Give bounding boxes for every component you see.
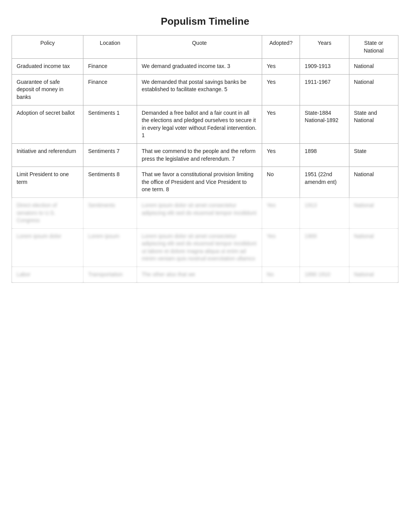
cell-location: Sentiments 7 (83, 143, 137, 167)
cell-quote: Lorem ipsum dolor sit amet consectetur a… (137, 228, 262, 267)
cell-policy: Guarantee of safe deposit of money in ba… (12, 74, 83, 105)
cell-location: Finance (83, 59, 137, 75)
cell-adopted: No (262, 167, 300, 198)
col-header-location: Location (83, 36, 137, 59)
table-row: Guarantee of safe deposit of money in ba… (12, 74, 398, 105)
cell-policy: Direct election of senators to U.S. Cong… (12, 197, 83, 228)
cell-adopted: Yes (262, 74, 300, 105)
page-title: Populism Timeline (12, 15, 398, 27)
table-row: Lorem ipsum dolorLorem ipsumLorem ipsum … (12, 228, 398, 267)
col-header-statenational: State or National (349, 36, 398, 59)
cell-statenational: National (349, 167, 398, 198)
table-row: Initiative and referendumSentiments 7Tha… (12, 143, 398, 167)
cell-location: Sentiments (83, 197, 137, 228)
cell-policy: Labor (12, 267, 83, 283)
cell-quote: That we favor a constitutional provision… (137, 167, 262, 198)
cell-statenational: State (349, 143, 398, 167)
table-row: LaborTransportationThe other also that w… (12, 267, 398, 283)
cell-statenational: National (349, 267, 398, 283)
cell-location: Lorem ipsum (83, 228, 137, 267)
table-header-row: Policy Location Quote Adopted? Years Sta… (12, 36, 398, 59)
cell-years: 1890 1910 (300, 267, 349, 283)
cell-location: Finance (83, 74, 137, 105)
cell-statenational: National (349, 74, 398, 105)
cell-adopted: Yes (262, 197, 300, 228)
cell-years: 1913 (300, 197, 349, 228)
cell-policy: Initiative and referendum (12, 143, 83, 167)
cell-years: State-1884 National-1892 (300, 105, 349, 143)
cell-location: Sentiments 8 (83, 167, 137, 198)
cell-location: Sentiments 1 (83, 105, 137, 143)
cell-quote: Demanded a free ballot and a fair count … (137, 105, 262, 143)
cell-years: 1911-1967 (300, 74, 349, 105)
col-header-policy: Policy (12, 36, 83, 59)
table-row: Adoption of secret ballotSentiments 1Dem… (12, 105, 398, 143)
cell-quote: Lorem ipsum dolor sit amet consectetur a… (137, 197, 262, 228)
table-row: Limit President to one termSentiments 8T… (12, 167, 398, 198)
cell-years: 1900 (300, 228, 349, 267)
cell-policy: Adoption of secret ballot (12, 105, 83, 143)
cell-adopted: Yes (262, 228, 300, 267)
col-header-adopted: Adopted? (262, 36, 300, 59)
populism-table: Policy Location Quote Adopted? Years Sta… (12, 35, 398, 283)
table-row: Direct election of senators to U.S. Cong… (12, 197, 398, 228)
cell-years: 1909-1913 (300, 59, 349, 75)
cell-adopted: Yes (262, 143, 300, 167)
cell-statenational: State and National (349, 105, 398, 143)
cell-years: 1898 (300, 143, 349, 167)
col-header-quote: Quote (137, 36, 262, 59)
col-header-years: Years (300, 36, 349, 59)
cell-quote: We demand graduated income tax. 3 (137, 59, 262, 75)
cell-adopted: Yes (262, 59, 300, 75)
cell-policy: Limit President to one term (12, 167, 83, 198)
cell-policy: Graduated income tax (12, 59, 83, 75)
cell-adopted: Yes (262, 105, 300, 143)
cell-statenational: National (349, 228, 398, 267)
cell-statenational: National (349, 197, 398, 228)
cell-policy: Lorem ipsum dolor (12, 228, 83, 267)
table-row: Graduated income taxFinanceWe demand gra… (12, 59, 398, 75)
cell-quote: That we commend to the people and the re… (137, 143, 262, 167)
cell-statenational: National (349, 59, 398, 75)
cell-location: Transportation (83, 267, 137, 283)
cell-quote: The other also that we (137, 267, 262, 283)
cell-years: 1951 (22nd amendm ent) (300, 167, 349, 198)
cell-adopted: No (262, 267, 300, 283)
cell-quote: We demanded that postal savings banks be… (137, 74, 262, 105)
